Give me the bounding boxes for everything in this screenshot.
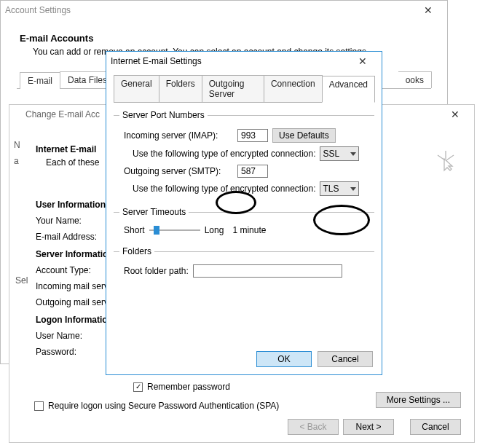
cancel-button[interactable]: Cancel (318, 351, 373, 367)
spa-label: Require logon using Secure Password Auth… (48, 401, 279, 411)
outgoing-port-input[interactable] (237, 165, 268, 178)
tab-folders[interactable]: Folders (159, 75, 202, 102)
timeout-long-label: Long (205, 225, 224, 235)
use-defaults-button[interactable]: Use Defaults (272, 128, 336, 143)
remember-password-checkbox[interactable]: ✓ Remember password (133, 382, 230, 392)
chevron-down-icon (350, 152, 356, 156)
checkbox-icon (34, 401, 44, 411)
outgoing-encryption-value: TLS (323, 184, 339, 194)
server-port-numbers-group: Server Port Numbers Incoming server (IMA… (114, 110, 374, 200)
close-icon[interactable]: ✕ (348, 52, 377, 70)
account-settings-titlebar: Account Settings ✕ (1, 1, 447, 20)
ies-body: General Folders Outgoing Server Connecti… (106, 71, 382, 374)
account-settings-title: Account Settings (5, 5, 414, 15)
spa-row: Require logon using Secure Password Auth… (34, 396, 279, 415)
root-folder-input[interactable] (193, 264, 342, 278)
server-timeouts-legend: Server Timeouts (119, 207, 189, 217)
incoming-imap-label: Incoming server (IMAP): (124, 130, 233, 141)
back-button[interactable]: < Back (288, 419, 339, 435)
timeout-value: 1 minute (232, 225, 266, 235)
tab-email[interactable]: E-mail (20, 72, 60, 89)
tab-address-books-tail[interactable]: ooks (398, 71, 432, 88)
internet-email-settings-dialog: Internet E-mail Settings ✕ General Folde… (106, 51, 382, 375)
close-icon[interactable]: ✕ (441, 106, 470, 123)
next-button[interactable]: Next > (343, 419, 394, 435)
ies-footer: OK Cancel (256, 351, 373, 367)
remember-password-label: Remember password (147, 382, 230, 392)
outgoing-encryption-select[interactable]: TLS (320, 181, 359, 196)
fragment-n: N (14, 140, 20, 150)
fragment-a: a (14, 156, 19, 166)
email-accounts-heading: E-mail Accounts (20, 33, 431, 44)
tab-outgoing-server[interactable]: Outgoing Server (202, 75, 264, 102)
spa-checkbox[interactable]: Require logon using Secure Password Auth… (34, 401, 279, 411)
close-icon[interactable]: ✕ (414, 1, 443, 19)
slider-thumb (154, 226, 159, 235)
more-settings-button[interactable]: More Settings ... (376, 392, 461, 408)
ies-titlebar: Internet E-mail Settings ✕ (106, 52, 382, 71)
folders-legend: Folders (119, 246, 154, 256)
tab-connection[interactable]: Connection (264, 75, 323, 102)
fragment-sel: Sel (15, 275, 28, 286)
cancel-button[interactable]: Cancel (410, 419, 461, 435)
timeout-slider[interactable] (149, 225, 200, 235)
timeout-short-label: Short (124, 225, 145, 235)
wizard-footer: < Back Next > Cancel (288, 419, 461, 435)
incoming-encryption-label: Use the following type of encrypted conn… (133, 149, 315, 159)
ies-title: Internet E-mail Settings (111, 56, 348, 66)
remember-row: ✓ Remember password (133, 377, 230, 396)
tab-advanced[interactable]: Advanced (322, 76, 375, 103)
server-timeouts-group: Server Timeouts Short Long 1 minute (114, 207, 374, 239)
incoming-port-input[interactable] (237, 129, 268, 142)
outgoing-smtp-label: Outgoing server (SMTP): (124, 166, 233, 176)
incoming-encryption-value: SSL (323, 149, 339, 159)
outgoing-encryption-label: Use the following type of encrypted conn… (133, 184, 315, 194)
server-port-numbers-legend: Server Port Numbers (119, 110, 208, 120)
incoming-encryption-select[interactable]: SSL (320, 146, 359, 161)
cursor-icon (435, 149, 457, 176)
checkbox-icon: ✓ (133, 382, 143, 392)
folders-group: Folders Root folder path: (114, 246, 374, 281)
chevron-down-icon (350, 187, 356, 191)
ies-tabs: General Folders Outgoing Server Connecti… (114, 75, 374, 103)
tab-general[interactable]: General (114, 75, 159, 102)
root-folder-label: Root folder path: (124, 266, 189, 276)
ok-button[interactable]: OK (256, 351, 312, 367)
